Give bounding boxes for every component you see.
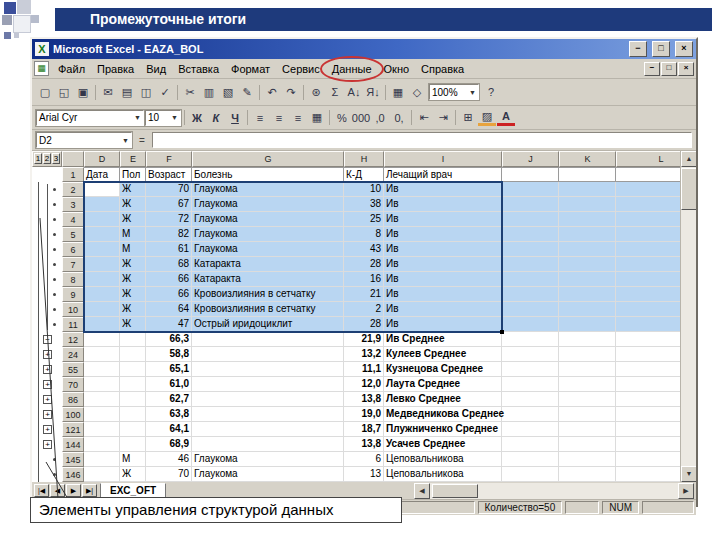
cell[interactable]: 66,3 <box>146 332 192 347</box>
cell[interactable]: Плужниченко Среднее <box>384 422 502 437</box>
row-header-70[interactable]: 70 <box>62 377 84 392</box>
name-box[interactable]: D2 ▼ <box>36 132 132 148</box>
cell[interactable] <box>84 227 120 242</box>
cell[interactable]: К-Д <box>344 167 384 182</box>
minimize-button[interactable]: − <box>629 41 647 57</box>
column-header-E[interactable]: E <box>120 151 146 167</box>
cell[interactable] <box>559 257 616 272</box>
cell[interactable]: 21 <box>344 287 384 302</box>
select-all-corner[interactable] <box>62 151 84 167</box>
cell[interactable]: Ж <box>120 197 146 212</box>
cell[interactable] <box>84 437 120 452</box>
cell[interactable]: 58,8 <box>146 347 192 362</box>
cell[interactable]: М <box>120 227 146 242</box>
cell[interactable] <box>192 422 344 437</box>
row-header-1[interactable]: 1 <box>62 167 84 182</box>
row-header-5[interactable]: 5 <box>62 227 84 242</box>
cell[interactable]: Глаукома <box>192 227 344 242</box>
cell[interactable] <box>120 392 146 407</box>
collapse-group-button[interactable]: − <box>43 335 52 344</box>
cell[interactable]: Ж <box>120 212 146 227</box>
cell[interactable]: 64,1 <box>146 422 192 437</box>
align-left-button[interactable]: ≡ <box>251 109 269 126</box>
row-header-2[interactable]: 2 <box>62 182 84 197</box>
first-sheet-button[interactable]: |◀ <box>34 484 49 497</box>
horizontal-scroll-thumb[interactable] <box>432 484 478 498</box>
cell[interactable]: 63,8 <box>146 407 192 422</box>
save-icon[interactable]: ▣ <box>74 84 92 101</box>
cell[interactable] <box>192 332 344 347</box>
cell[interactable] <box>84 212 120 227</box>
cell[interactable]: Ив <box>384 242 502 257</box>
expand-group-button[interactable]: + <box>43 425 52 434</box>
cell[interactable] <box>192 362 344 377</box>
cell[interactable] <box>84 182 120 197</box>
cell[interactable] <box>84 317 120 332</box>
row-header-121[interactable]: 121 <box>62 422 84 437</box>
cell[interactable]: Усачев Среднее <box>384 437 502 452</box>
cell[interactable]: Левко Среднее <box>384 392 502 407</box>
cell[interactable]: 47 <box>146 317 192 332</box>
menu-item-Данные[interactable]: Данные <box>326 61 378 77</box>
cell[interactable] <box>502 197 559 212</box>
cell[interactable] <box>502 317 559 332</box>
row-header-86[interactable]: 86 <box>62 392 84 407</box>
cell[interactable] <box>502 302 559 317</box>
cell[interactable] <box>502 452 559 467</box>
cell[interactable] <box>559 452 616 467</box>
cell[interactable]: 18,7 <box>344 422 384 437</box>
cell[interactable]: М <box>120 452 146 467</box>
cell[interactable] <box>502 362 559 377</box>
cell[interactable]: Кровоизлияния в сетчатку <box>192 302 344 317</box>
underline-button[interactable]: Ч <box>226 109 244 126</box>
row-header-10[interactable]: 10 <box>62 302 84 317</box>
cell[interactable] <box>84 302 120 317</box>
cell[interactable]: Глаукома <box>192 182 344 197</box>
cell[interactable]: 19,0 <box>344 407 384 422</box>
cell[interactable]: 13 <box>344 467 384 482</box>
doc-minimize-button[interactable]: − <box>644 62 660 76</box>
doc-restore-button[interactable]: □ <box>661 62 677 76</box>
format-painter-icon[interactable]: ✎ <box>238 84 256 101</box>
expand-group-button[interactable]: + <box>43 440 52 449</box>
cell[interactable] <box>84 347 120 362</box>
menu-item-Файл[interactable]: Файл <box>52 61 91 77</box>
column-header-G[interactable]: G <box>192 151 344 167</box>
cell[interactable] <box>559 332 616 347</box>
cell[interactable]: 11,1 <box>344 362 384 377</box>
cell[interactable]: Глаукома <box>192 452 344 467</box>
cell[interactable] <box>84 242 120 257</box>
row-header-144[interactable]: 144 <box>62 437 84 452</box>
cell[interactable]: Ж <box>120 302 146 317</box>
outline-level-3-button[interactable]: 3 <box>52 153 60 164</box>
cell[interactable] <box>120 422 146 437</box>
menu-item-Окно[interactable]: Окно <box>378 61 416 77</box>
cell[interactable]: 72 <box>146 212 192 227</box>
cell[interactable] <box>502 377 559 392</box>
row-header-146[interactable]: 146 <box>62 467 84 482</box>
cell[interactable]: 28 <box>344 317 384 332</box>
cell[interactable]: 6 <box>344 452 384 467</box>
cell[interactable] <box>559 287 616 302</box>
scroll-down-button[interactable]: ▼ <box>681 466 696 482</box>
cell[interactable]: Лаута Среднее <box>384 377 502 392</box>
outline-level-2-button[interactable]: 2 <box>43 153 51 164</box>
cell[interactable] <box>559 212 616 227</box>
font-size-select[interactable]: 10 ▼ <box>145 110 181 126</box>
cell[interactable]: 28 <box>344 257 384 272</box>
cell[interactable]: Ив <box>384 182 502 197</box>
column-header-H[interactable]: H <box>344 151 384 167</box>
italic-button[interactable]: К <box>207 109 225 126</box>
menu-item-Вставка[interactable]: Вставка <box>172 61 225 77</box>
cell[interactable] <box>502 347 559 362</box>
font-select[interactable]: Arial Cyr ▼ <box>36 110 144 126</box>
row-header-7[interactable]: 7 <box>62 257 84 272</box>
email-icon[interactable]: ✉ <box>99 84 117 101</box>
cell[interactable] <box>559 422 616 437</box>
scroll-right-button[interactable]: ▶ <box>678 483 694 499</box>
cell[interactable]: Ж <box>120 287 146 302</box>
cell[interactable]: Острый иридоциклит <box>192 317 344 332</box>
cell[interactable]: 16 <box>344 272 384 287</box>
cell[interactable] <box>192 392 344 407</box>
cell[interactable] <box>559 317 616 332</box>
